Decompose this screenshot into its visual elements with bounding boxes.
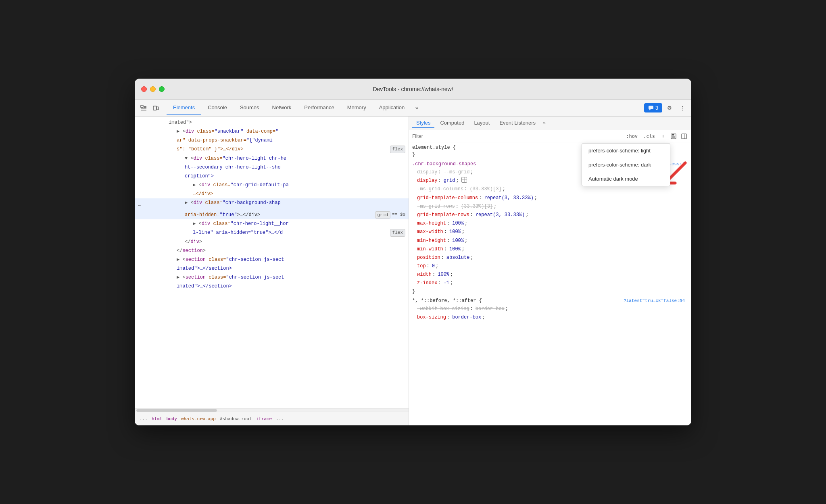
style-prop-position: position : absolute ; (409, 254, 691, 262)
breadcrumb-item-more[interactable]: ... (274, 415, 286, 422)
dropdown-item-dark[interactable]: prefers-color-scheme: dark (582, 158, 670, 172)
style-prop-grid-template-rows: grid-template-rows : repeat(3, 33.33%) ; (409, 211, 691, 219)
filter-actions: :hov .cls + (624, 132, 688, 140)
style-prop-box-sizing: box-sizing : border-box ; (409, 313, 691, 322)
breadcrumb-item-whats-new[interactable]: whats-new-app (179, 415, 217, 422)
devtools-window: DevTools - chrome://whats-new/ Elements (135, 79, 691, 425)
more-tabs-button[interactable]: » (411, 102, 422, 114)
filter-input[interactable] (412, 133, 624, 139)
grid-badge: grid (375, 211, 390, 219)
dom-line[interactable]: ▼ <div class="chr-hero-light chr-he (135, 154, 409, 163)
dom-line[interactable]: cription"> (135, 172, 409, 181)
chat-count: 3 (655, 105, 658, 111)
selected-indicator: == $0 (392, 211, 405, 218)
breadcrumb-item-html[interactable]: html (150, 415, 164, 422)
more-options-button[interactable]: ⋮ (677, 102, 688, 114)
inspect-element-button[interactable] (138, 102, 149, 114)
svg-rect-9 (672, 134, 674, 135)
svg-rect-0 (141, 105, 143, 108)
chat-button[interactable]: 3 (644, 103, 662, 112)
device-toolbar-button[interactable] (150, 102, 161, 114)
dom-line[interactable]: imated"> (135, 118, 409, 127)
window-title: DevTools - chrome://whats-new/ (373, 86, 453, 92)
dropdown-item-auto[interactable]: Automatic dark mode (582, 172, 670, 186)
style-prop-max-width: max-width : 100% ; (409, 228, 691, 236)
style-prop-webkit-box-sizing: -webkit-box-sizing : border-box ; (409, 305, 691, 313)
save-style-button[interactable] (670, 132, 678, 140)
style-prop-min-width: min-width : 100% ; (409, 245, 691, 254)
style-prop-ms-grid-columns: -ms-grid-columns : (33.33%)[3] ; (409, 185, 691, 194)
style-prop-grid-template-columns: grid-template-columns : repeat(3, 33.33%… (409, 194, 691, 202)
style-prop-max-height: max-height : 100% ; (409, 219, 691, 228)
css-source-link-2[interactable]: ?latest=tru…ck=false:54 (624, 298, 685, 303)
breadcrumb-item-ellipsis[interactable]: ... (138, 415, 149, 422)
tab-event-listeners[interactable]: Event Listeners (495, 118, 540, 128)
dom-line[interactable]: ▶ <div class="chr-hero-light__hor (135, 219, 409, 228)
breadcrumb-item-iframe[interactable]: iframe (254, 415, 273, 422)
chr-background-shapes-selector: .chr-background-shapes (412, 161, 476, 167)
style-prop-min-height: min-height : 100% ; (409, 237, 691, 245)
style-prop-top: top : 0 ; (409, 262, 691, 271)
dom-line-selected[interactable]: aria-hidden="true">…</div> grid == $0 (135, 210, 409, 220)
grid-layout-icon[interactable] (461, 177, 467, 183)
universal-selector: *, *::before, *::after { (412, 298, 482, 304)
minimize-button[interactable] (150, 86, 156, 92)
dom-line[interactable]: ▶ <div class="chr-grid-default-pa (135, 181, 409, 190)
dom-line[interactable]: ▶ <section class="chr-section js-sect (135, 255, 409, 264)
element-style-selector: element.style { (412, 145, 456, 150)
color-scheme-dropdown: prefers-color-scheme: light prefers-colo… (582, 143, 670, 186)
tab-performance[interactable]: Performance (298, 101, 340, 115)
toggle-sidebar-button[interactable] (680, 132, 688, 140)
tab-application[interactable]: Application (373, 101, 411, 115)
flex-badge: flex (390, 146, 405, 153)
dom-line[interactable]: ▶ <section class="chr-section js-sect (135, 273, 409, 282)
dom-line[interactable]: …</div> (135, 190, 409, 198)
cls-button[interactable]: .cls (642, 133, 657, 140)
settings-button[interactable]: ⚙ (664, 102, 675, 114)
dom-line[interactable]: l-line" aria-hidden="true">…</d flex (135, 228, 409, 237)
add-style-rule-button[interactable]: + (659, 132, 667, 140)
tab-network[interactable]: Network (266, 101, 298, 115)
dom-line[interactable]: ar" data-props-snackbar="{"dynami (135, 136, 409, 145)
dom-line[interactable]: </section> (135, 246, 409, 255)
dom-panel: imated"> ▶ <div class="snackbar" data-co… (135, 117, 409, 425)
tab-sources[interactable]: Sources (234, 101, 266, 115)
dom-line-selected[interactable]: … ▶ <div class="chr-background-shap (135, 198, 409, 210)
toolbar-separator (164, 104, 164, 112)
main-content: imated"> ▶ <div class="snackbar" data-co… (135, 117, 691, 425)
more-styles-tabs[interactable]: » (541, 119, 547, 128)
style-rule-universal: *, *::before, *::after { ?latest=tru…ck=… (409, 297, 691, 322)
traffic-lights (141, 86, 165, 92)
dom-line[interactable]: </div> (135, 237, 409, 246)
dom-line[interactable]: ht--secondary chr-hero-light--sho (135, 163, 409, 172)
dom-line[interactable]: s": "bottom" }">…</div> flex (135, 145, 409, 154)
style-prop-z-index: z-index : -1 ; (409, 279, 691, 287)
maximize-button[interactable] (159, 86, 165, 92)
dom-line[interactable]: imated">…</section> (135, 282, 409, 291)
scrollbar-thumb[interactable] (136, 409, 217, 412)
breadcrumb-item-body[interactable]: body (165, 415, 179, 422)
main-toolbar: Elements Console Sources Network Perform… (135, 100, 691, 117)
dom-line[interactable]: ▶ <div class="snackbar" data-comp=" (135, 127, 409, 136)
breadcrumb-item-shadow-root[interactable]: #shadow-root (218, 415, 253, 422)
tab-elements[interactable]: Elements (167, 101, 201, 115)
dom-line[interactable]: imated">…</section> (135, 264, 409, 273)
tab-bar: Elements Console Sources Network Perform… (167, 101, 643, 115)
tab-memory[interactable]: Memory (341, 101, 373, 115)
tab-styles[interactable]: Styles (412, 118, 434, 128)
toolbar-right: 3 ⚙ ⋮ (644, 102, 688, 114)
breadcrumb: ... html body whats-new-app #shadow-root… (135, 412, 409, 425)
tab-computed[interactable]: Computed (436, 118, 468, 128)
tab-layout[interactable]: Layout (470, 118, 494, 128)
dropdown-item-light[interactable]: prefers-color-scheme: light (582, 144, 670, 158)
hov-button[interactable]: :hov (624, 133, 639, 140)
filter-bar: :hov .cls + (409, 130, 691, 142)
style-prop-ms-grid-rows: -ms-grid-rows : (33.33%)[3] ; (409, 202, 691, 211)
dom-tree[interactable]: imated"> ▶ <div class="snackbar" data-co… (135, 117, 409, 408)
style-prop-width: width : 100% ; (409, 271, 691, 279)
svg-rect-6 (157, 107, 159, 110)
tab-console[interactable]: Console (201, 101, 234, 115)
dom-horizontal-scrollbar[interactable] (135, 408, 409, 412)
styles-subtabs: Styles Computed Layout Event Listeners » (409, 117, 691, 130)
close-button[interactable] (141, 86, 147, 92)
